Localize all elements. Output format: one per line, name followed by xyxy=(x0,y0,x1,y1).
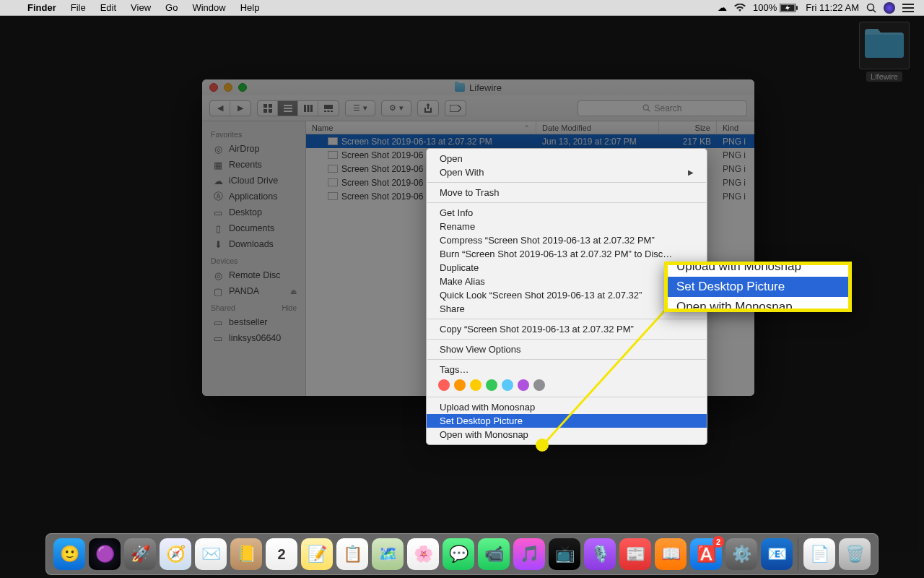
dock-outlook[interactable]: 📧 xyxy=(761,538,793,570)
tag-color[interactable] xyxy=(438,379,450,391)
tag-color[interactable] xyxy=(486,379,497,391)
hide-button[interactable]: Hide xyxy=(282,304,297,312)
menu-get-info[interactable]: Get Info xyxy=(427,206,707,220)
menu-show-view-options[interactable]: Show View Options xyxy=(427,342,707,356)
clock[interactable]: Fri 11:22 AM xyxy=(806,2,859,13)
search-icon[interactable] xyxy=(866,3,876,13)
menu-help[interactable]: Help xyxy=(233,2,267,13)
menu-set-desktop-picture[interactable]: Set Desktop Picture xyxy=(427,414,707,428)
dock-books[interactable]: 📖 xyxy=(655,538,687,570)
dock-news[interactable]: 📰 xyxy=(619,538,651,570)
sidebar-item-remote-disc[interactable]: ◎Remote Disc xyxy=(202,267,305,283)
menu-burn-screen-shot-at-pm-to-disc[interactable]: Burn “Screen Shot 2019-06-13 at 2.07.32 … xyxy=(427,247,707,261)
menu-compress-screen-shot-at-pm[interactable]: Compress “Screen Shot 2019-06-13 at 2.07… xyxy=(427,233,707,247)
folder-icon xyxy=(455,83,465,92)
table-row[interactable]: Screen Shot 2019-06-13 at 2.07.32 PMJun … xyxy=(306,134,754,148)
dock-mail[interactable]: ✉️ xyxy=(195,538,227,570)
dock-facetime[interactable]: 📹 xyxy=(478,538,510,570)
menu-edit[interactable]: Edit xyxy=(93,2,123,13)
cloud-icon[interactable]: ☁︎ xyxy=(718,2,727,13)
menu-app[interactable]: Finder xyxy=(20,2,64,13)
tag-color[interactable] xyxy=(518,379,529,391)
menu-open[interactable]: Open xyxy=(427,152,707,165)
col-name[interactable]: Name⌃ xyxy=(306,121,536,134)
menu-rename[interactable]: Rename xyxy=(427,220,707,233)
callout-line: Set Desktop Picture xyxy=(668,277,848,297)
tag-color[interactable] xyxy=(502,379,513,391)
action-button[interactable]: ⚙ ▾ xyxy=(382,101,411,116)
back-button[interactable]: ◀ xyxy=(210,101,230,116)
dock-itunes[interactable]: 🎵 xyxy=(513,538,545,570)
sidebar-icon: ▯ xyxy=(212,223,224,234)
dock-reminders[interactable]: 📋 xyxy=(336,538,368,570)
share-button[interactable] xyxy=(418,101,438,116)
svg-rect-2 xyxy=(796,6,798,10)
col-kind[interactable]: Kind xyxy=(717,121,754,134)
list-view[interactable] xyxy=(278,101,298,116)
dock-photos[interactable]: 🌸 xyxy=(407,538,439,570)
dock-notes[interactable]: 📝 xyxy=(301,538,333,570)
sidebar-item-icloud-drive[interactable]: ☁iCloud Drive xyxy=(202,173,305,189)
minimize-button[interactable] xyxy=(224,83,232,92)
desktop-folder-label: Lifewire xyxy=(866,72,902,82)
dock-tv[interactable]: 📺 xyxy=(549,538,580,570)
desktop-folder-lifewire[interactable]: Lifewire xyxy=(859,22,910,82)
tag-color[interactable] xyxy=(533,379,545,391)
notification-center-icon[interactable] xyxy=(902,4,914,12)
arrange-button[interactable]: ☰ ▾ xyxy=(346,101,375,116)
zoom-button[interactable] xyxy=(238,83,247,92)
tag-color[interactable] xyxy=(470,379,481,391)
sidebar-item-airdrop[interactable]: ◎AirDrop xyxy=(202,141,305,157)
forward-button[interactable]: ▶ xyxy=(230,101,250,116)
sidebar-item-recents[interactable]: ▦Recents xyxy=(202,157,305,173)
menu-window[interactable]: Window xyxy=(185,2,232,13)
menu-view[interactable]: View xyxy=(123,2,158,13)
sidebar-item-panda[interactable]: ▢PANDA⏏ xyxy=(202,283,305,299)
dock-launchpad[interactable]: 🚀 xyxy=(124,538,156,570)
dock-messages[interactable]: 💬 xyxy=(443,538,474,570)
toolbar: ◀ ▶ ☰ ▾ ⚙ ▾ Search xyxy=(202,95,754,121)
tag-color[interactable] xyxy=(454,379,466,391)
svg-rect-21 xyxy=(331,111,333,112)
menu-move-to-trash[interactable]: Move to Trash xyxy=(427,186,707,199)
menu-go[interactable]: Go xyxy=(158,2,185,13)
sidebar-item-applications[interactable]: ⒶApplications xyxy=(202,189,305,204)
dock-preferences[interactable]: ⚙️ xyxy=(725,538,757,570)
sidebar-item-downloads[interactable]: ⬇Downloads xyxy=(202,236,305,252)
dock-trash[interactable]: 🗑️ xyxy=(839,538,871,570)
sidebar-item-desktop[interactable]: ▭Desktop xyxy=(202,204,305,220)
shared-header: SharedHide xyxy=(202,299,305,314)
menu-copy-screen-shot-at-pm[interactable]: Copy “Screen Shot 2019-06-13 at 2.07.32 … xyxy=(427,322,707,336)
col-date[interactable]: Date Modified xyxy=(536,121,659,134)
sidebar-item-documents[interactable]: ▯Documents xyxy=(202,220,305,236)
dock-podcasts[interactable]: 🎙️ xyxy=(584,538,616,570)
gallery-view[interactable] xyxy=(318,101,339,116)
dock-calendar[interactable]: 2 xyxy=(266,538,297,570)
wifi-icon[interactable] xyxy=(734,4,746,12)
dock-maps[interactable]: 🗺️ xyxy=(372,538,404,570)
dock-siri[interactable]: 🟣 xyxy=(89,538,121,570)
dock-safari[interactable]: 🧭 xyxy=(160,538,191,570)
battery-status[interactable]: 100% xyxy=(753,2,798,13)
close-button[interactable] xyxy=(209,83,218,92)
menu-upload-with-monosnap[interactable]: Upload with Monosnap xyxy=(427,400,707,414)
sidebar-item-bestseller[interactable]: ▭bestseller xyxy=(202,314,305,330)
sidebar-icon: ◎ xyxy=(212,143,224,155)
col-size[interactable]: Size xyxy=(659,121,717,134)
icon-view[interactable] xyxy=(258,101,278,116)
search-input[interactable]: Search xyxy=(578,100,747,116)
dock-contacts[interactable]: 📒 xyxy=(230,538,262,570)
dock-appstore[interactable]: 🅰️2 xyxy=(690,538,722,570)
sidebar-item-linksys06640[interactable]: ▭linksys06640 xyxy=(202,330,305,346)
menu-open-with-monosnap[interactable]: Open with Monosnap xyxy=(427,428,707,441)
siri-icon[interactable] xyxy=(884,2,895,14)
column-view[interactable] xyxy=(298,101,318,116)
dock-xlsx[interactable]: 📄 xyxy=(803,538,835,570)
tags-button[interactable] xyxy=(445,101,466,116)
eject-icon[interactable]: ⏏ xyxy=(290,288,297,296)
svg-rect-14 xyxy=(284,111,292,112)
menu-tags[interactable]: Tags… xyxy=(427,363,707,376)
dock-finder[interactable]: 🙂 xyxy=(53,538,85,570)
menu-open-with[interactable]: Open With▶ xyxy=(427,165,707,179)
menu-file[interactable]: File xyxy=(64,2,93,13)
